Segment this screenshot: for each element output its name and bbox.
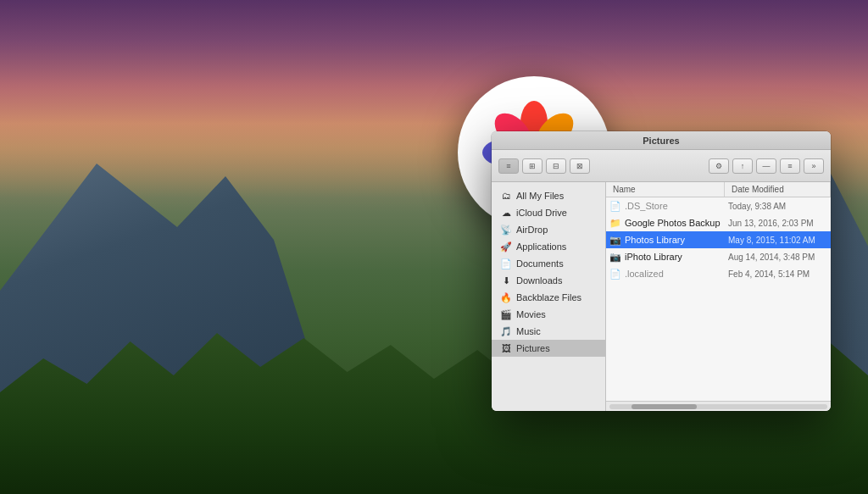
sidebar-item-movies[interactable]: 🎬 Movies xyxy=(492,306,605,323)
window-title: Pictures xyxy=(643,136,679,146)
file-name-text: iPhoto Library xyxy=(625,252,682,262)
file-date-cell: Aug 14, 2014, 3:48 PM xyxy=(728,253,827,262)
sidebar-icon-all-my-files: 🗂 xyxy=(500,190,512,202)
file-name-cell: 📷 Photos Library xyxy=(609,234,728,246)
finder-sidebar: 🗂 All My Files ☁ iCloud Drive 📡 AirDrop … xyxy=(492,182,606,411)
view-column-button[interactable]: ⊟ xyxy=(546,158,566,174)
file-row[interactable]: 📁 Google Photos Backup Jun 13, 2016, 2:0… xyxy=(606,214,831,231)
file-row[interactable]: 📄 .DS_Store Today, 9:38 AM xyxy=(606,197,831,214)
view-options-button[interactable]: ≡ xyxy=(780,158,800,174)
sidebar-item-applications[interactable]: 🚀 Applications xyxy=(492,238,605,255)
file-icon: 📷 xyxy=(609,251,621,263)
sidebar-icon-applications: 🚀 xyxy=(500,241,512,253)
view-coverflow-button[interactable]: ⊠ xyxy=(570,158,590,174)
sidebar-item-pictures[interactable]: 🖼 Pictures xyxy=(492,340,605,357)
sidebar-label-applications: Applications xyxy=(516,241,566,252)
file-icon: 📄 xyxy=(609,200,621,212)
sidebar-icon-music: 🎵 xyxy=(500,325,512,337)
scrollbar[interactable] xyxy=(606,401,831,411)
sidebar-item-documents[interactable]: 📄 Documents xyxy=(492,255,605,272)
sidebar-label-movies: Movies xyxy=(516,309,546,319)
sidebar-item-icloud-drive[interactable]: ☁ iCloud Drive xyxy=(492,204,605,221)
sidebar-icon-airdrop: 📡 xyxy=(500,224,512,236)
sidebar-item-music[interactable]: 🎵 Music xyxy=(492,323,605,340)
scrollbar-track xyxy=(609,404,827,409)
finder-content: 🗂 All My Files ☁ iCloud Drive 📡 AirDrop … xyxy=(492,182,831,411)
sidebar-label-pictures: Pictures xyxy=(516,343,550,353)
share-button[interactable]: ↑ xyxy=(732,158,753,174)
files-list: 📄 .DS_Store Today, 9:38 AM 📁 Google Phot… xyxy=(606,197,831,401)
sidebar-item-backblaze[interactable]: 🔥 Backblaze Files xyxy=(492,289,605,306)
sidebar-icon-movies: 🎬 xyxy=(500,308,512,320)
file-name-text: .localized xyxy=(625,269,664,279)
file-date-cell: Feb 4, 2014, 5:14 PM xyxy=(728,269,827,279)
sidebar-icon-icloud-drive: ☁ xyxy=(500,207,512,219)
finder-window: Pictures ≡ ⊞ ⊟ ⊠ ⚙ ↑ — ≡ » 🗂 All My File… xyxy=(492,131,831,411)
file-row[interactable]: 📄 .localized Feb 4, 2014, 5:14 PM xyxy=(606,265,831,282)
file-icon: 📁 xyxy=(609,217,621,229)
file-name-cell: 📷 iPhoto Library xyxy=(609,251,728,263)
col-header-date[interactable]: Date Modified xyxy=(725,182,831,197)
sidebar-item-airdrop[interactable]: 📡 AirDrop xyxy=(492,221,605,238)
files-header: Name Date Modified xyxy=(606,182,831,197)
file-date-cell: May 8, 2015, 11:02 AM xyxy=(728,236,827,245)
file-name-cell: 📄 .DS_Store xyxy=(609,200,728,212)
sidebar-label-downloads: Downloads xyxy=(516,275,562,286)
finder-titlebar: Pictures xyxy=(492,131,831,150)
file-date-cell: Jun 13, 2016, 2:03 PM xyxy=(728,219,827,228)
sidebar-label-icloud-drive: iCloud Drive xyxy=(516,208,567,218)
more-button[interactable]: » xyxy=(804,158,824,174)
scrollbar-thumb xyxy=(632,404,697,409)
file-name-cell: 📄 .localized xyxy=(609,268,728,280)
view-icon-button[interactable]: ⊞ xyxy=(522,158,542,174)
sidebar-label-all-my-files: All My Files xyxy=(516,191,564,201)
file-icon: 📄 xyxy=(609,268,621,280)
file-date-cell: Today, 9:38 AM xyxy=(728,202,827,211)
sidebar-label-documents: Documents xyxy=(516,258,564,269)
sidebar-item-downloads[interactable]: ⬇ Downloads xyxy=(492,272,605,289)
col-header-name[interactable]: Name xyxy=(606,182,725,197)
tag-button[interactable]: — xyxy=(756,158,776,174)
finder-files: Name Date Modified 📄 .DS_Store Today, 9:… xyxy=(606,182,831,411)
sidebar-icon-documents: 📄 xyxy=(500,258,512,269)
file-name-text: Photos Library xyxy=(625,235,685,245)
file-row[interactable]: 📷 iPhoto Library Aug 14, 2014, 3:48 PM xyxy=(606,248,831,265)
sidebar-icon-pictures: 🖼 xyxy=(500,342,512,354)
file-name-text: .DS_Store xyxy=(625,201,668,211)
file-icon: 📷 xyxy=(609,234,621,246)
action-button[interactable]: ⚙ xyxy=(709,158,729,174)
sidebar-label-airdrop: AirDrop xyxy=(516,225,548,235)
sidebar-icon-downloads: ⬇ xyxy=(500,275,512,286)
sidebar-label-music: Music xyxy=(516,326,541,336)
file-name-cell: 📁 Google Photos Backup xyxy=(609,217,728,229)
file-name-text: Google Photos Backup xyxy=(625,218,721,228)
sidebar-item-all-my-files[interactable]: 🗂 All My Files xyxy=(492,187,605,204)
finder-toolbar: ≡ ⊞ ⊟ ⊠ ⚙ ↑ — ≡ » xyxy=(492,150,831,182)
view-list-button[interactable]: ≡ xyxy=(498,158,519,174)
sidebar-icon-backblaze: 🔥 xyxy=(500,291,512,303)
file-row[interactable]: 📷 Photos Library May 8, 2015, 11:02 AM xyxy=(606,231,831,248)
sidebar-label-backblaze: Backblaze Files xyxy=(516,292,581,303)
